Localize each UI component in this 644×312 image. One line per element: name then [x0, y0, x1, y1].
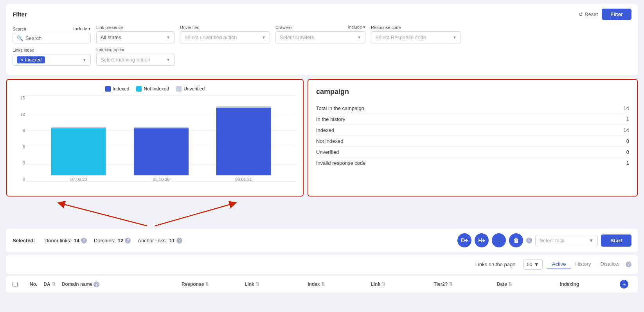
legend-indexed-dot [105, 86, 111, 92]
bar-3-label: 06.01.21 [235, 177, 252, 182]
indexed-tag: ✕ Indexed [17, 56, 45, 63]
start-button[interactable]: Start [601, 234, 631, 247]
stat-total: Total in the campaign 14 [316, 103, 629, 114]
donor-links-help[interactable]: ? [81, 238, 87, 243]
domains-info: Domains: 12 ? [94, 238, 131, 243]
bar-group-3: 06.01.21 [216, 97, 271, 182]
sort-icon-link[interactable]: ⇅ [255, 281, 259, 287]
filter-row-1: Search Include ▾ 🔍 Link presence All sta… [13, 25, 631, 43]
action-h-plus-button[interactable]: H+ [475, 233, 489, 247]
chevron-down-icon-unverified: ▼ [262, 35, 266, 40]
sort-icon-date[interactable]: ⇅ [508, 281, 512, 287]
anchor-links-help[interactable]: ? [176, 238, 182, 243]
campaign-panel: campaign Total in the campaign 14 In the… [308, 79, 638, 197]
th-index: Index ⇅ [304, 281, 367, 287]
filter-section: Filter ↺ Reset Filter Search Include ▾ 🔍 [6, 4, 638, 75]
y-axis: 15 12 9 6 3 0 [13, 96, 25, 182]
tab-links: Active History Disallow ? [547, 260, 631, 269]
svg-line-1 [155, 204, 233, 226]
include-toggle-crawlers[interactable]: Include ▾ [348, 25, 365, 30]
tag-remove-icon[interactable]: ✕ [20, 58, 23, 63]
indexing-option-label: Indexing option [96, 47, 174, 52]
campaign-title: campaign [316, 88, 629, 96]
indexing-option-select[interactable]: Select indexing option ▼ [96, 54, 174, 66]
th-response: Response ⇅ [178, 281, 241, 287]
tab-active[interactable]: Active [547, 260, 570, 269]
campaign-stats: Total in the campaign 14 In the history … [316, 103, 629, 168]
svg-line-0 [61, 204, 147, 226]
legend-not-indexed-label: Not Indexed [144, 86, 169, 92]
chart-legend: Indexed Not Indexed Unverified [13, 86, 297, 92]
bar-3-indexed [216, 108, 271, 175]
link-presence-select[interactable]: All states ▼ [96, 31, 174, 43]
tab-history[interactable]: History [570, 260, 595, 269]
bar-group-2: 05.10.20 [134, 97, 189, 182]
chevron-down-icon-task: ▼ [589, 238, 594, 243]
th-link: Link ⇅ [241, 281, 304, 287]
selected-label: Selected: [13, 238, 35, 243]
sort-icon-response[interactable]: ⇅ [205, 281, 209, 287]
sort-icon-link2[interactable]: ⇅ [381, 281, 385, 287]
tab-disallow[interactable]: Disallow [596, 260, 624, 269]
th-no: No. [27, 281, 40, 287]
select-all-checkbox[interactable] [13, 282, 18, 287]
task-select[interactable]: Select task ▼ [535, 235, 598, 246]
filter-group-links-index: Links index ✕ Indexed ▼ [13, 48, 91, 66]
sort-icon-index[interactable]: ⇅ [321, 281, 325, 287]
links-page-right: Links on the page 50 ▼ Active History Di… [475, 259, 631, 270]
stat-indexed: Indexed 14 [316, 125, 629, 136]
crawlers-select[interactable]: Select crawlers ▼ [275, 31, 365, 43]
action-download-button[interactable]: ↓ [492, 233, 506, 247]
selected-row: Selected: Donor links: 14 ? Domains: 12 … [6, 229, 638, 252]
bar-1-label: 07.08.20 [70, 177, 87, 182]
bar-chart: 15 12 9 6 3 0 [13, 96, 297, 189]
links-page-row: Links on the page 50 ▼ Active History Di… [6, 255, 638, 274]
search-icon: 🔍 [17, 35, 23, 41]
arrows-annotation [6, 200, 638, 228]
domains-help[interactable]: ? [125, 238, 131, 243]
links-index-select[interactable]: ✕ Indexed ▼ [13, 54, 91, 66]
th-date: Date ⇅ [494, 281, 557, 287]
links-index-label: Links index [13, 48, 91, 52]
bar-2-label: 05.10.20 [153, 177, 170, 182]
filter-header: Filter ↺ Reset Filter [13, 9, 631, 20]
chevron-down-icon: ▼ [166, 35, 170, 40]
unverified-label: Unverified [180, 25, 270, 30]
sort-icon-da[interactable]: ⇅ [52, 281, 56, 287]
domain-name-help[interactable]: ? [94, 281, 99, 287]
page-count-select[interactable]: 50 ▼ [523, 259, 542, 270]
stat-invalid-response: Invalid response code 1 [316, 158, 629, 168]
reset-button[interactable]: ↺ Reset [579, 11, 598, 17]
bar-1-not-indexed [51, 128, 106, 175]
th-checkbox-cell [13, 282, 27, 287]
bar-2-indexed [134, 128, 189, 175]
filter-group-search: Search Include ▾ 🔍 [13, 26, 91, 43]
legend-not-indexed: Not Indexed [136, 86, 169, 92]
chart-campaign-row: Indexed Not Indexed Unverified 15 12 9 [6, 79, 638, 197]
th-indexing: Indexing [557, 281, 620, 287]
tabs-help[interactable]: ? [626, 262, 631, 267]
selected-actions: D+ H+ ↓ 🗑 ? Select task ▼ Start [457, 233, 631, 247]
donor-links-info: Donor links: 14 ? [45, 238, 87, 243]
action-delete-button[interactable]: 🗑 [509, 233, 523, 247]
filter-button[interactable]: Filter [602, 9, 631, 20]
legend-unverified-label: Unverified [183, 86, 205, 92]
th-tier2: Tier2? ⇅ [431, 281, 494, 287]
bar-group-1: 07.08.20 [51, 97, 106, 182]
stat-history: In the history 1 [316, 114, 629, 125]
legend-unverified: Unverified [176, 86, 205, 92]
include-toggle-search[interactable]: Include ▾ [73, 26, 91, 31]
response-code-select[interactable]: Select Response code ▼ [371, 31, 461, 43]
chevron-down-icon-indexing: ▼ [166, 58, 170, 62]
sort-icon-tier2[interactable]: ⇅ [449, 281, 453, 287]
unverified-select[interactable]: Select unverified action ▼ [180, 31, 270, 43]
search-input[interactable] [25, 35, 86, 41]
th-action-cell: + [620, 280, 631, 289]
filter-group-response-code: Response code Select Response code ▼ [371, 25, 461, 43]
action-d-plus-button[interactable]: D+ [457, 233, 471, 247]
legend-indexed-label: Indexed [113, 86, 130, 92]
stat-unverified: Unverified 0 [316, 147, 629, 158]
add-column-button[interactable]: + [620, 280, 628, 289]
actions-help[interactable]: ? [526, 238, 532, 243]
filter-header-actions: ↺ Reset Filter [579, 9, 631, 20]
